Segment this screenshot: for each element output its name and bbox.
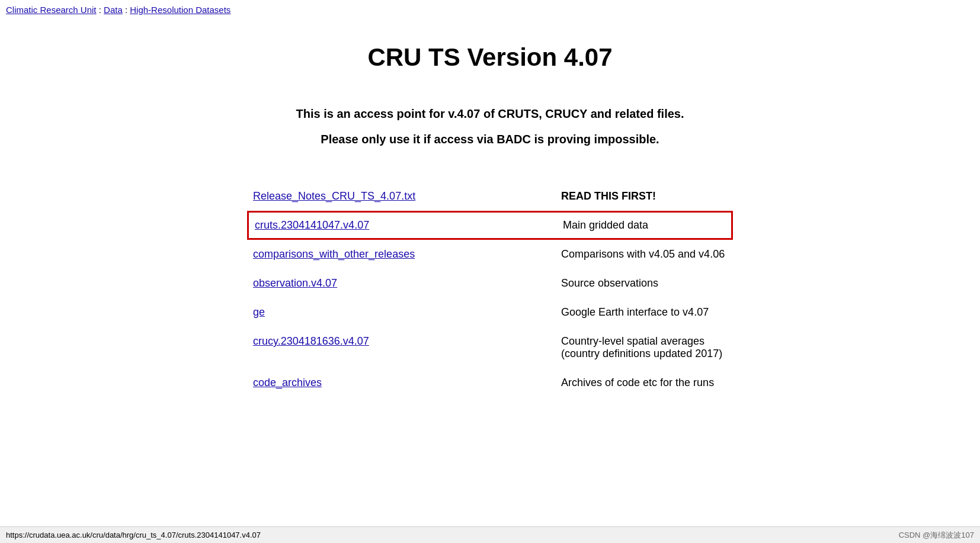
file-link[interactable]: ge xyxy=(253,306,265,318)
breadcrumb-link-data[interactable]: Data xyxy=(104,5,123,15)
breadcrumb-link-hrd[interactable]: High-Resolution Datasets xyxy=(130,5,230,15)
file-link-col: observation.v4.07 xyxy=(253,277,549,290)
file-link[interactable]: observation.v4.07 xyxy=(253,277,337,289)
description-line-1: This is an access point for v.4.07 of CR… xyxy=(247,107,733,121)
file-link[interactable]: code_archives xyxy=(253,377,322,388)
status-url: https://crudata.uea.ac.uk/cru/data/hrg/c… xyxy=(6,531,261,539)
breadcrumb-separator-1: : xyxy=(99,5,104,15)
page-title: CRU TS Version 4.07 xyxy=(247,43,733,72)
file-description: READ THIS FIRST! xyxy=(549,190,727,203)
file-row: code_archivesArchives of code etc for th… xyxy=(247,368,733,397)
file-description: Country-level spatial averages (country … xyxy=(549,335,727,360)
main-content: CRU TS Version 4.07 This is an access po… xyxy=(223,20,757,409)
file-description: Archives of code etc for the runs xyxy=(549,377,727,389)
breadcrumb-link-cru[interactable]: Climatic Research Unit xyxy=(6,5,97,15)
file-row: comparisons_with_other_releasesCompariso… xyxy=(247,240,733,269)
file-description: Source observations xyxy=(549,277,727,290)
file-row: cruts.2304141047.v4.07Main gridded data xyxy=(247,211,733,240)
file-link-col: cruts.2304141047.v4.07 xyxy=(255,219,551,232)
file-description: Google Earth interface to v4.07 xyxy=(549,306,727,319)
file-row: Release_Notes_CRU_TS_4.07.txtREAD THIS F… xyxy=(247,182,733,211)
file-link-col: code_archives xyxy=(253,377,549,389)
file-link-col: crucy.2304181636.v4.07 xyxy=(253,335,549,348)
file-link-col: ge xyxy=(253,306,549,319)
file-link[interactable]: cruts.2304141047.v4.07 xyxy=(255,219,369,231)
file-row: observation.v4.07Source observations xyxy=(247,269,733,298)
breadcrumb: Climatic Research Unit : Data : High-Res… xyxy=(0,0,980,20)
file-link-col: comparisons_with_other_releases xyxy=(253,248,549,261)
file-description: Main gridded data xyxy=(551,219,725,232)
status-bar: https://crudata.uea.ac.uk/cru/data/hrg/c… xyxy=(0,526,980,543)
file-list: Release_Notes_CRU_TS_4.07.txtREAD THIS F… xyxy=(247,182,733,397)
file-description: Comparisons with v4.05 and v4.06 xyxy=(549,248,727,261)
file-link[interactable]: comparisons_with_other_releases xyxy=(253,248,415,260)
file-link-col: Release_Notes_CRU_TS_4.07.txt xyxy=(253,190,549,203)
description-line-2: Please only use it if access via BADC is… xyxy=(247,133,733,146)
file-link[interactable]: crucy.2304181636.v4.07 xyxy=(253,335,369,347)
status-brand: CSDN @海绵波波107 xyxy=(899,530,974,541)
file-row: geGoogle Earth interface to v4.07 xyxy=(247,298,733,327)
breadcrumb-separator-2: : xyxy=(125,5,130,15)
file-row: crucy.2304181636.v4.07Country-level spat… xyxy=(247,327,733,368)
file-link[interactable]: Release_Notes_CRU_TS_4.07.txt xyxy=(253,190,415,202)
